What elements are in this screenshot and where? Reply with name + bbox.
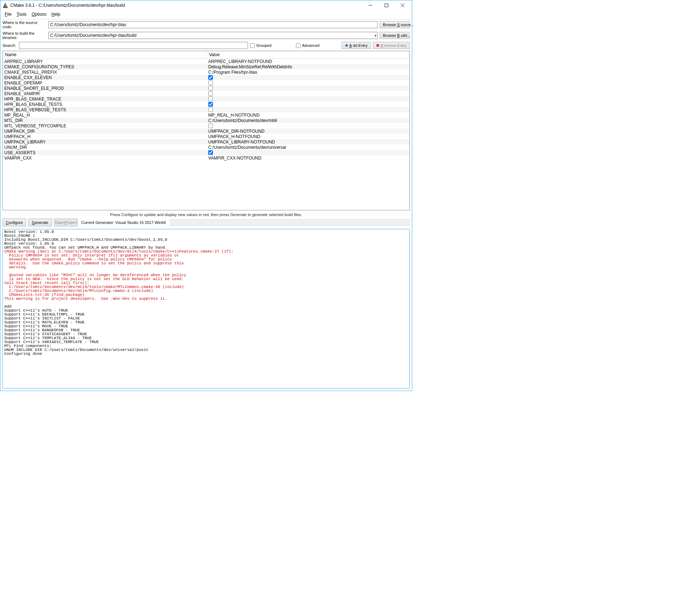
cell-value[interactable]: ARPREC_LIBRARY-NOTFOUND	[207, 59, 409, 64]
cell-value[interactable]: C:/Program Files/hpr-blas	[207, 70, 409, 75]
cell-name: UNUM_DIR	[3, 145, 207, 150]
cell-checkbox[interactable]	[208, 80, 213, 85]
cell-name: ENABLE_SHORT_ELE_PROD	[3, 86, 207, 91]
output-log[interactable]: Boost version: 1.65.0 Boost_FOUND 1 Incl…	[3, 229, 410, 388]
cell-checkbox[interactable]	[208, 75, 213, 80]
table-row[interactable]: UNUM_DIRC:/Users/tomtz/Documents/dev/uni…	[3, 145, 409, 150]
cell-checkbox[interactable]	[208, 102, 213, 107]
cell-name: USE_ASSERTS	[3, 150, 207, 155]
cell-value[interactable]	[207, 86, 409, 91]
cell-value[interactable]	[207, 80, 409, 85]
maximize-button[interactable]	[378, 0, 394, 10]
table-row[interactable]: UMFPACK_LIBRARYUMFPACK_LIBRARY-NOTFOUND	[3, 139, 409, 145]
table-row[interactable]: HPR_BLAS_CMAKE_TRACE	[3, 96, 409, 102]
build-combo[interactable]: C:/Users/tomtz/Documents/dev/hpr-blas/bu…	[48, 32, 377, 39]
column-value[interactable]: Value	[207, 51, 409, 58]
close-button[interactable]	[394, 0, 410, 10]
cell-value[interactable]: C:/Users/tomtz/Documents/dev/mtl4	[207, 118, 409, 123]
menu-file[interactable]: File	[3, 11, 14, 18]
cell-value[interactable]: Debug;Release;MinSizeRel;RelWithDebInfo	[207, 64, 409, 69]
cell-value[interactable]	[207, 123, 409, 128]
cell-name: MP_REAL_H	[3, 113, 207, 118]
svg-rect-5	[385, 4, 388, 7]
table-row[interactable]: USE_ASSERTS	[3, 150, 409, 155]
cell-checkbox[interactable]	[208, 86, 213, 91]
cell-checkbox[interactable]	[208, 123, 213, 128]
table-row[interactable]: HPR_BLAS_ENABLE_TESTS	[3, 102, 409, 107]
cmake-icon	[3, 3, 8, 8]
configure-button[interactable]: Configure	[3, 219, 26, 226]
cell-checkbox[interactable]	[208, 91, 213, 96]
search-label: Search:	[3, 43, 17, 48]
minimize-button[interactable]	[362, 0, 378, 10]
build-label: Where to build the binaries:	[3, 31, 46, 40]
cell-value[interactable]	[207, 102, 409, 107]
table-row[interactable]: ARPREC_LIBRARYARPREC_LIBRARY-NOTFOUND	[3, 59, 409, 64]
cell-name: CMAKE_CONFIGURATION_TYPES	[3, 64, 207, 69]
cell-value[interactable]: MP_REAL_H-NOTFOUND	[207, 113, 409, 118]
table-row[interactable]: UMFPACK_DIRUMFPACK_DIR-NOTFOUND	[3, 128, 409, 134]
remove-entry-button[interactable]: ✖ Remove Entry	[373, 42, 410, 49]
open-project-button[interactable]: Open Project	[54, 219, 78, 226]
cell-value[interactable]: VAMPIR_CXX-NOTFOUND	[207, 156, 409, 161]
table-row[interactable]: ENABLE_CXX_ELEVEN	[3, 75, 409, 80]
cell-name: HPR_BLAS_VERBOSE_TESTS	[3, 107, 207, 112]
cell-checkbox[interactable]	[208, 107, 213, 112]
menu-tools[interactable]: Tools	[14, 11, 29, 18]
menubar: File Tools Options Help	[0, 10, 412, 19]
progress-bar	[170, 219, 410, 226]
cell-name: MTL_DIR	[3, 118, 207, 123]
table-row[interactable]: ENABLE_VAMPIR	[3, 91, 409, 96]
cell-name: ARPREC_LIBRARY	[3, 59, 207, 64]
cell-name: HPR_BLAS_CMAKE_TRACE	[3, 97, 207, 102]
menu-help[interactable]: Help	[49, 11, 63, 18]
source-input[interactable]	[48, 21, 377, 28]
cell-value[interactable]	[207, 91, 409, 96]
cell-name: ENABLE_VAMPIR	[3, 91, 207, 96]
table-row[interactable]: HPR_BLAS_VERBOSE_TESTS	[3, 107, 409, 112]
hint-text: Press Configure to update and display ne…	[0, 211, 412, 217]
cell-value[interactable]: C:/Users/tomtz/Documents/dev/universal	[207, 145, 409, 150]
plus-icon: ✚	[345, 43, 348, 48]
cell-value[interactable]: UMFPACK_H-NOTFOUND	[207, 134, 409, 139]
cell-name: UMFPACK_H	[3, 134, 207, 139]
grouped-checkbox[interactable]: Grouped	[250, 43, 294, 48]
table-row[interactable]: VAMPIR_CXXVAMPIR_CXX-NOTFOUND	[3, 155, 409, 161]
generator-label: Current Generator: Visual Studio 15 2017…	[81, 220, 166, 225]
cell-value[interactable]	[207, 75, 409, 80]
chevron-down-icon: ▾	[375, 34, 376, 38]
column-name[interactable]: Name	[3, 51, 207, 58]
table-row[interactable]: CMAKE_INSTALL_PREFIXC:/Program Files/hpr…	[3, 69, 409, 75]
table-row[interactable]: ENABLE_OPENMP	[3, 80, 409, 85]
source-label: Where is the source code:	[3, 20, 46, 29]
cell-value[interactable]	[207, 107, 409, 112]
cache-tbody: ARPREC_LIBRARYARPREC_LIBRARY-NOTFOUNDCMA…	[3, 59, 409, 161]
cmake-gui-window: CMake 3.8.1 - C:/Users/tomtz/Documents/d…	[0, 0, 412, 391]
generate-button[interactable]: Generate	[28, 219, 52, 226]
browse-source-button[interactable]: Browse Source...	[380, 21, 410, 28]
cell-name: ENABLE_CXX_ELEVEN	[3, 75, 207, 80]
cell-value[interactable]	[207, 97, 409, 101]
table-row[interactable]: CMAKE_CONFIGURATION_TYPESDebug;Release;M…	[3, 64, 409, 69]
table-row[interactable]: UMFPACK_HUMFPACK_H-NOTFOUND	[3, 134, 409, 139]
cache-table: Name Value ARPREC_LIBRARYARPREC_LIBRARY-…	[3, 51, 410, 210]
titlebar: CMake 3.8.1 - C:/Users/tomtz/Documents/d…	[0, 0, 412, 10]
cell-value[interactable]: UMFPACK_LIBRARY-NOTFOUND	[207, 140, 409, 145]
cell-checkbox[interactable]	[208, 150, 213, 155]
table-row[interactable]: MP_REAL_HMP_REAL_H-NOTFOUND	[3, 112, 409, 118]
cell-value[interactable]: UMFPACK_DIR-NOTFOUND	[207, 129, 409, 134]
cell-checkbox[interactable]	[208, 97, 213, 101]
table-row[interactable]: ENABLE_SHORT_ELE_PROD	[3, 85, 409, 91]
table-row[interactable]: MTL_DIRC:/Users/tomtz/Documents/dev/mtl4	[3, 118, 409, 123]
table-row[interactable]: MTL_VERBOSE_TRYCOMPILE	[3, 123, 409, 128]
cell-value[interactable]	[207, 150, 409, 155]
add-entry-button[interactable]: ✚ Add Entry	[342, 42, 371, 49]
cell-name: MTL_VERBOSE_TRYCOMPILE	[3, 123, 207, 128]
menu-options[interactable]: Options	[29, 11, 48, 18]
browse-build-button[interactable]: Browse Build...	[380, 32, 410, 39]
build-value: C:/Users/tomtz/Documents/dev/hpr-blas/bu…	[50, 33, 136, 38]
cell-name: HPR_BLAS_ENABLE_TESTS	[3, 102, 207, 107]
cell-name: VAMPIR_CXX	[3, 156, 207, 161]
search-input[interactable]	[19, 42, 248, 49]
advanced-checkbox[interactable]: Advanced	[296, 43, 340, 48]
